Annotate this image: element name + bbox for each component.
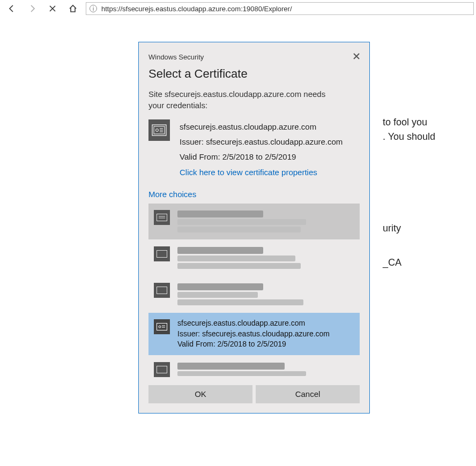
svg-rect-15	[157, 366, 167, 373]
certificate-icon	[154, 319, 170, 334]
home-button[interactable]	[63, 1, 83, 16]
cert-option-blurred[interactable]	[148, 276, 360, 312]
dialog-message: Site sfsecurejs.eastus.cloudapp.azure.co…	[148, 88, 341, 111]
stop-button[interactable]	[43, 1, 62, 16]
address-bar[interactable]: i https://sfsecurejs.eastus.cloudapp.azu…	[86, 2, 474, 15]
svg-rect-9	[157, 251, 167, 258]
ok-button[interactable]: OK	[148, 385, 252, 403]
cert-subject: sfsecurejs.eastus.cloudapp.azure.com	[180, 119, 343, 134]
cert-issuer: Issuer: sfsecurejs.eastus.cloudapp.azure…	[177, 329, 330, 340]
more-choices-link[interactable]: More choices	[148, 190, 196, 199]
close-button[interactable]	[353, 52, 360, 62]
certificate-icon	[154, 246, 170, 261]
svg-rect-10	[157, 287, 167, 294]
cert-option-blurred[interactable]	[148, 240, 360, 276]
cert-dialog: Windows Security Select a Certificate Si…	[138, 42, 370, 414]
url-text: https://sfsecurejs.eastus.cloudapp.azure…	[101, 5, 292, 13]
forward-button[interactable]	[23, 1, 42, 16]
cancel-button[interactable]: Cancel	[256, 385, 360, 403]
cert-option-blurred[interactable]	[148, 204, 360, 239]
svg-rect-11	[157, 324, 167, 330]
cert-option-blurred[interactable]	[148, 356, 360, 379]
site-info-icon[interactable]: i	[90, 5, 97, 12]
certificate-icon	[148, 119, 170, 141]
dialog-brand: Windows Security	[148, 53, 204, 61]
browser-toolbar: i https://sfsecurejs.eastus.cloudapp.azu…	[0, 0, 476, 17]
svg-rect-6	[157, 214, 167, 221]
certificate-icon	[154, 362, 170, 377]
primary-cert: sfsecurejs.eastus.cloudapp.azure.com Iss…	[148, 119, 360, 180]
certificate-icon	[154, 210, 170, 225]
back-button[interactable]	[2, 1, 21, 16]
svg-point-2	[156, 129, 159, 132]
cert-subject: sfsecurejs.eastus.cloudapp.azure.com	[177, 318, 330, 329]
cert-issuer: Issuer: sfsecurejs.eastus.cloudapp.azure…	[180, 134, 343, 149]
dialog-title: Select a Certificate	[148, 67, 360, 81]
background-text: urity	[383, 223, 401, 234]
background-text: _CA	[383, 257, 401, 268]
cert-valid: Valid From: 2/5/2018 to 2/5/2019	[177, 339, 330, 350]
cert-valid: Valid From: 2/5/2018 to 2/5/2019	[180, 149, 343, 164]
svg-point-12	[159, 326, 161, 328]
certificate-icon	[154, 283, 170, 298]
background-text: to fool you. You should	[383, 115, 435, 144]
cert-option-selected[interactable]: sfsecurejs.eastus.cloudapp.azure.com Iss…	[148, 313, 360, 355]
cert-properties-link[interactable]: Click here to view certificate propertie…	[180, 165, 317, 180]
